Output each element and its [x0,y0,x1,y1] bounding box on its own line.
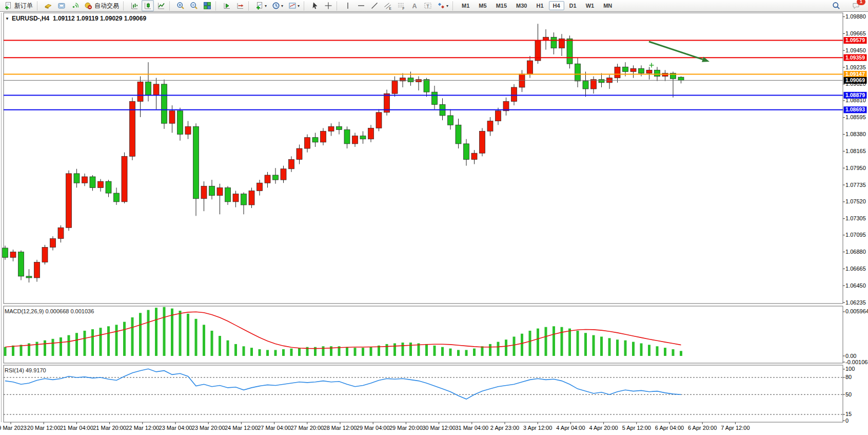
price-tick-label: 1.06235 [845,299,866,306]
candlestick [456,125,461,144]
mt4-terminal-window: 新订单自动交易▾▾▾EFAT▾M1M5M15M30H1H4D1W1MN1 1.0… [0,0,868,435]
tile-windows-button[interactable] [201,0,213,11]
dropdown-arrow-icon[interactable]: ▾ [298,4,300,8]
dropdown-arrow-icon[interactable]: ▾ [281,4,283,8]
equidistant-channel-icon: E [384,2,392,10]
timeframe-button-H4[interactable]: H4 [549,1,564,10]
horizontal-line-button[interactable] [355,0,367,11]
signal-icon [71,2,79,10]
notification-badge[interactable]: 1 [857,0,865,5]
price-tick-label: 1.07095 [845,232,866,238]
time-label: 29 Mar 04:00 [357,425,390,431]
chart-area[interactable]: 1.098801.096651.094501.092351.090201.088… [0,12,868,435]
price-tick-label: 1.07735 [845,182,866,188]
arrows-button[interactable]: ▾ [435,0,450,11]
timeframe-button-M15[interactable]: M15 [492,1,511,10]
candlestick [177,111,183,135]
text-icon: A [410,2,419,10]
indicators-button[interactable]: ▾ [253,0,269,11]
time-label: 23 Mar 20:00 [192,425,225,431]
candlestick [376,112,382,128]
candlestick [153,84,159,95]
autotrading-button[interactable]: 自动交易 [82,0,121,11]
candlestick [646,70,652,73]
chart-shift-icon [236,2,244,10]
candlestick [42,247,48,262]
price-tag-label: 1.09579 [845,37,865,43]
candlestick [392,81,398,93]
periods-button[interactable]: ▾ [270,0,285,11]
macd-bar [84,331,86,356]
plus-marker-object[interactable] [649,63,654,68]
chart-shift-button[interactable] [234,0,246,11]
candlestick [82,177,88,183]
macd-bar [139,313,142,356]
dropdown-arrow-icon[interactable]: ▾ [446,4,448,8]
notifications-button[interactable]: 1 [850,0,862,11]
timeframe-button-H1[interactable]: H1 [532,1,547,10]
line-chart-button[interactable] [155,0,167,11]
candlestick-button[interactable] [142,0,154,11]
macd-bar [489,344,491,356]
candlestick [496,111,501,121]
candlestick [511,87,517,101]
macd-bar [505,339,507,356]
candlestick [193,126,199,198]
cursor-button[interactable] [309,0,321,11]
macd-bar [537,329,539,356]
label-button[interactable]: T [422,0,434,11]
chart-menu-caret-icon[interactable]: ▼ [5,16,9,21]
fibonacci-button[interactable]: F [395,0,407,11]
time-label: 6 Apr 04:00 [655,425,684,431]
macd-bar [402,343,404,356]
price-chart-canvas[interactable]: 1.098801.096651.094501.092351.090201.088… [0,12,868,435]
data-window-button[interactable] [55,0,68,11]
macd-axis-label: 0.005964 [845,308,868,314]
bar-chart-button[interactable] [128,0,141,11]
trendline-button[interactable] [368,0,381,11]
timeframe-button-M1[interactable]: M1 [458,1,474,10]
price-tag-label: 1.09069 [845,77,865,83]
text-button[interactable]: A [408,0,421,11]
equidistant-channel-button[interactable]: E [382,0,394,11]
candlestick [599,80,604,83]
zoom-out-icon [190,2,198,10]
trend-arrow-object[interactable] [649,42,703,60]
macd-bar [568,329,571,356]
candlestick [662,73,668,77]
pane-border [4,306,843,363]
search-icon [832,2,840,10]
market-watch-button[interactable] [42,0,54,11]
price-tick-label: 1.08380 [845,131,866,137]
macd-bar [227,341,229,356]
search-button[interactable] [830,0,842,11]
indicators-icon [255,2,264,10]
macd-bar [100,328,102,356]
timeframe-button-D1[interactable]: D1 [565,1,581,10]
timeframe-button-M5[interactable]: M5 [475,1,490,10]
zoom-in-button[interactable] [174,0,187,11]
rsi-indicator-label: RSI(14) 49.9170 [5,367,46,373]
crosshair-button[interactable] [322,0,334,11]
time-label: 7 Apr 12:00 [721,425,749,431]
svg-text:A: A [412,3,417,10]
candlestick [273,175,279,180]
templates-button[interactable]: ▾ [286,0,302,11]
zoom-out-button[interactable] [188,0,200,11]
candlestick [655,70,660,76]
vertical-line-button[interactable] [342,0,354,11]
strategy-tester-button[interactable] [69,0,81,11]
macd-name: MACD(12,26,9) [5,308,44,314]
candlestick [289,159,294,168]
new-order-button[interactable]: 新订单 [2,0,35,11]
timeframe-button-MN[interactable]: MN [599,1,616,10]
timeframe-button-M30[interactable]: M30 [512,1,531,10]
candlestick [551,37,557,48]
macd-bar [243,346,245,356]
candlestick [265,175,270,183]
auto-scroll-button[interactable] [221,0,233,11]
macd-bar [298,348,301,356]
dropdown-arrow-icon[interactable]: ▾ [265,4,267,8]
time-label: 21 Mar 04:00 [60,425,93,431]
timeframe-button-W1[interactable]: W1 [582,1,599,10]
